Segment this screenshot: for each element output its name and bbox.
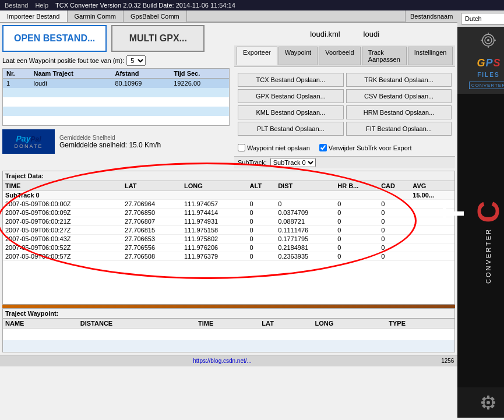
table-row[interactable]: 2007-05-09T06:00:27Z 27.706815 111.97515… bbox=[3, 226, 454, 235]
waypoint-label: Laat een Waypoint positie fout toe van (… bbox=[2, 57, 124, 64]
export-buttons: TCX Bestand Opslaan... TRK Bestand Opsla… bbox=[234, 69, 455, 139]
col-naam: Naam Traject bbox=[30, 69, 111, 79]
subtrk-checkbox[interactable] bbox=[319, 144, 327, 151]
multi-button[interactable]: MULTI GPX... bbox=[111, 25, 205, 52]
track-table: Nr. Naam Traject Afstand Tijd Sec. 1 lou… bbox=[2, 68, 230, 126]
status-link[interactable]: https://blog.csdn.net/... bbox=[193, 358, 252, 364]
hrm-opslaan-btn[interactable]: HRM Bestand Opslaan... bbox=[346, 105, 452, 119]
waypoint-row: Laat een Waypoint positie fout toe van (… bbox=[2, 55, 230, 66]
tab-exporteer[interactable]: Exporteer bbox=[237, 47, 277, 65]
tab-track-aanpassen[interactable]: Track Aanpassen bbox=[362, 47, 407, 65]
status-right: 1256 bbox=[441, 358, 454, 364]
open-button[interactable]: OPEN BESTAND... bbox=[2, 25, 107, 52]
filename-label: Bestandsnaam bbox=[405, 10, 457, 22]
paypal-donate: DONATE bbox=[15, 143, 43, 149]
waypoint-checkbox-label[interactable]: Waypoint niet opslaan bbox=[238, 144, 310, 151]
col-avg: AVG bbox=[410, 181, 454, 191]
subtrk-checkbox-label[interactable]: Verwijder SubTrk voor Export bbox=[319, 144, 412, 151]
svg-rect-15 bbox=[482, 404, 486, 408]
files-text: FILES bbox=[477, 72, 499, 78]
svg-rect-13 bbox=[482, 397, 486, 401]
col-cad: CAD bbox=[379, 181, 410, 191]
tab-importeer[interactable]: Importeer Bestand bbox=[0, 10, 68, 22]
table-row[interactable] bbox=[3, 107, 229, 116]
tab-voorbeeld[interactable]: Voorbeeld bbox=[319, 47, 361, 65]
tcx-c: C bbox=[471, 197, 504, 223]
menu-bestand[interactable]: Bestand bbox=[5, 2, 28, 9]
svg-point-8 bbox=[487, 401, 490, 404]
table-row[interactable]: 2007-05-09T06:00:43Z 27.706653 111.97580… bbox=[3, 235, 454, 243]
col-time: TIME bbox=[3, 181, 122, 191]
col-hrb: HR B... bbox=[335, 181, 379, 191]
subtrack-label: SubTrack: bbox=[238, 159, 267, 166]
kml-opslaan-btn[interactable]: KML Bestand Opslaan... bbox=[238, 105, 344, 119]
speed-info: Gemiddelde Snelheid Gemiddelde snelheid:… bbox=[59, 135, 161, 149]
wp-col-type: TYPE bbox=[386, 319, 454, 329]
plt-opslaan-btn[interactable]: PLT Bestand Opslaan... bbox=[238, 122, 344, 136]
table-row[interactable]: SubTrack 0 15.00... bbox=[3, 191, 454, 200]
table-row[interactable]: 2007-05-09T06:00:57Z 27.706508 111.97637… bbox=[3, 252, 454, 261]
table-row[interactable] bbox=[3, 88, 229, 97]
language-selector: Dutch English German French Spanish bbox=[457, 10, 504, 27]
svg-rect-12 bbox=[492, 401, 495, 404]
svg-rect-9 bbox=[487, 396, 489, 399]
paypal-button[interactable]: PayPal DONATE bbox=[2, 129, 55, 154]
svg-rect-14 bbox=[491, 397, 495, 401]
table-row[interactable] bbox=[3, 116, 229, 125]
col-long: LONG bbox=[182, 181, 247, 191]
tcx-opslaan-btn[interactable]: TCX Bestand Opslaan... bbox=[238, 73, 344, 87]
tab-gpsbabel[interactable]: GpsBabel Comm bbox=[124, 10, 187, 22]
status-bar: https://blog.csdn.net/... 1256 bbox=[0, 355, 457, 366]
subtrack-row: SubTrack: SubTrack 0 bbox=[234, 156, 455, 168]
tcx-vertical-area: T C X CONVERTER bbox=[457, 94, 504, 387]
export-tabs: Exporteer Waypoint Voorbeeld Track Aanpa… bbox=[234, 45, 455, 67]
bottom-left: PayPal DONATE Gemiddelde Snelheid Gemidd… bbox=[2, 129, 230, 154]
wp-col-distance: DISTANCE bbox=[78, 319, 196, 329]
language-select[interactable]: Dutch English German French Spanish bbox=[461, 13, 504, 24]
table-row[interactable]: 2007-05-09T06:00:52Z 27.706556 111.97620… bbox=[3, 243, 454, 252]
gps-logo: G P S FILES CONVERTER bbox=[457, 27, 504, 94]
table-row[interactable]: 2007-05-09T06:00:09Z 27.706850 111.97441… bbox=[3, 209, 454, 217]
col-nr: Nr. bbox=[3, 69, 30, 79]
trk-opslaan-btn[interactable]: TRK Bestand Opslaan... bbox=[346, 73, 452, 87]
converter-vertical: CONVERTER bbox=[485, 228, 492, 284]
traject-data-table[interactable]: TIME LAT LONG ALT DIST HR B... CAD AVG bbox=[3, 181, 454, 304]
subtrack-select[interactable]: SubTrack 0 bbox=[270, 158, 316, 167]
col-alt: ALT bbox=[248, 181, 276, 191]
gpx-opslaan-btn[interactable]: GPX Bestand Opslaan... bbox=[238, 89, 344, 103]
options-row: Waypoint niet opslaan Verwijder SubTrk v… bbox=[234, 142, 455, 154]
waypoint-select[interactable]: 5 bbox=[126, 55, 146, 66]
table-row[interactable] bbox=[3, 329, 454, 340]
wp-col-time: TIME bbox=[196, 319, 259, 329]
col-lat: LAT bbox=[122, 181, 182, 191]
svg-rect-11 bbox=[481, 401, 485, 404]
tcx-t: T bbox=[436, 197, 471, 223]
tab-waypoint[interactable]: Waypoint bbox=[279, 47, 318, 65]
tab-instellingen[interactable]: Instellingen bbox=[408, 47, 453, 65]
app-title: TCX Converter Version 2.0.32 Build Date:… bbox=[55, 2, 235, 9]
svg-rect-16 bbox=[491, 404, 495, 408]
wp-col-name: NAME bbox=[3, 319, 78, 329]
col-afstand: Afstand bbox=[112, 69, 171, 79]
sidebar-bottom bbox=[457, 387, 504, 418]
menu-help[interactable]: Help bbox=[35, 2, 48, 9]
col-dist: DIST bbox=[276, 181, 335, 191]
table-row[interactable]: 2007-05-09T06:00:00Z 27.706964 111.97405… bbox=[3, 200, 454, 209]
col-tijd: Tijd Sec. bbox=[170, 69, 229, 79]
big-buttons: OPEN BESTAND... MULTI GPX... bbox=[2, 25, 230, 52]
right-sidebar: Dutch English German French Spanish bbox=[457, 10, 504, 418]
gps-p: P bbox=[485, 57, 492, 69]
table-row[interactable] bbox=[3, 340, 454, 352]
table-row[interactable] bbox=[3, 97, 229, 107]
table-row[interactable]: 1 loudi 80.10969 19226.00 bbox=[3, 79, 229, 89]
gps-s: S bbox=[493, 57, 500, 69]
csv-opslaan-btn[interactable]: CSV Bestand Opslaan... bbox=[346, 89, 452, 103]
tabs-bar: Importeer Bestand Garmin Comm GpsBabel C… bbox=[0, 10, 457, 23]
gps-icon bbox=[477, 31, 500, 55]
waypoint-checkbox[interactable] bbox=[238, 144, 245, 151]
table-row[interactable]: 2007-05-09T06:00:21Z 27.706807 111.97493… bbox=[3, 217, 454, 226]
fit-opslaan-btn[interactable]: FIT Bestand Opslaan... bbox=[346, 122, 452, 136]
converter-label: CONVERTER bbox=[469, 82, 504, 89]
svg-rect-10 bbox=[487, 406, 489, 410]
tab-garmin[interactable]: Garmin Comm bbox=[68, 10, 124, 22]
